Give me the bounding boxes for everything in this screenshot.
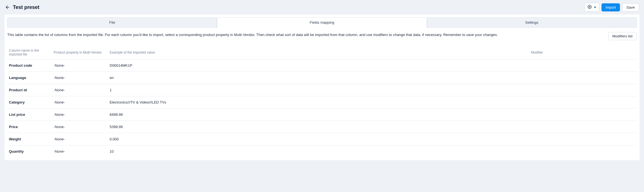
cell-product-property[interactable]: -None- — [52, 133, 108, 145]
page-title: Test preset — [13, 4, 39, 10]
table-row: Language-None-en — [7, 72, 637, 84]
cell-product-property[interactable]: -None- — [52, 109, 108, 121]
cell-product-property[interactable]: -None- — [52, 72, 108, 84]
settings-dropdown-button[interactable] — [584, 3, 599, 12]
table-row: Product id-None-1 — [7, 84, 637, 96]
cell-product-property[interactable]: -None- — [52, 121, 108, 133]
info-bar: This table contains the list of columns … — [7, 28, 637, 46]
main-content: File Fields mapping Settings This table … — [4, 15, 640, 160]
back-arrow-icon[interactable] — [5, 5, 10, 10]
th-product-property: Product property in Multi-Vendor — [52, 46, 108, 59]
cell-example-value: en — [108, 72, 529, 84]
gear-icon — [588, 5, 592, 10]
cell-example-value: D00014MK1P — [108, 59, 529, 72]
page-header: Test preset Import Save — [0, 0, 644, 15]
table-row: Weight-None-0.000 — [7, 133, 637, 145]
import-button[interactable]: Import — [601, 3, 620, 11]
table-row: Product code-None-D00014MK1P — [7, 59, 637, 72]
tab-fields-mapping[interactable]: Fields mapping — [217, 17, 427, 28]
tab-settings[interactable]: Settings — [427, 17, 637, 28]
chevron-down-icon — [594, 7, 596, 8]
tab-file[interactable]: File — [7, 17, 217, 28]
cell-column-name: Quantity — [7, 145, 52, 158]
cell-column-name: Weight — [7, 133, 52, 145]
cell-example-value: 1 — [108, 84, 529, 96]
cell-modifier[interactable] — [529, 96, 637, 109]
cell-example-value: 0.000 — [108, 133, 529, 145]
cell-column-name: Price — [7, 121, 52, 133]
cell-column-name: Language — [7, 72, 52, 84]
cell-example-value: Electronics///TV & Video///LED TVs — [108, 96, 529, 109]
cell-modifier[interactable] — [529, 121, 637, 133]
cell-column-name: List price — [7, 109, 52, 121]
table-row: Quantity-None-10 — [7, 145, 637, 158]
cell-column-name: Category — [7, 96, 52, 109]
cell-modifier[interactable] — [529, 72, 637, 84]
cell-modifier[interactable] — [529, 133, 637, 145]
cell-product-property[interactable]: -None- — [52, 145, 108, 158]
header-left: Test preset — [5, 4, 39, 10]
tabs-bar: File Fields mapping Settings — [7, 15, 637, 28]
cell-column-name: Product id — [7, 84, 52, 96]
table-row: Category-None-Electronics///TV & Video//… — [7, 96, 637, 109]
th-modifier: Modifier — [529, 46, 637, 59]
cell-modifier[interactable] — [529, 84, 637, 96]
cell-modifier[interactable] — [529, 59, 637, 72]
table-row: List price-None-6499.99 — [7, 109, 637, 121]
cell-product-property[interactable]: -None- — [52, 59, 108, 72]
table-row: Price-None-5399.99 — [7, 121, 637, 133]
cell-example-value: 6499.99 — [108, 109, 529, 121]
svg-point-1 — [589, 6, 590, 8]
modifiers-list-button[interactable]: Modifiers list — [608, 32, 637, 40]
save-button[interactable]: Save — [622, 3, 639, 11]
cell-example-value: 5399.99 — [108, 121, 529, 133]
cell-column-name: Product code — [7, 59, 52, 72]
cell-product-property[interactable]: -None- — [52, 84, 108, 96]
cell-product-property[interactable]: -None- — [52, 96, 108, 109]
cell-example-value: 10 — [108, 145, 529, 158]
th-column-name: Column name in the imported file — [7, 46, 52, 59]
header-actions: Import Save — [584, 3, 639, 12]
cell-modifier[interactable] — [529, 145, 637, 158]
cell-modifier[interactable] — [529, 109, 637, 121]
fields-mapping-table: Column name in the imported file Product… — [7, 46, 637, 157]
th-example-value: Example of the imported value — [108, 46, 529, 59]
info-text: This table contains the list of columns … — [7, 32, 603, 38]
